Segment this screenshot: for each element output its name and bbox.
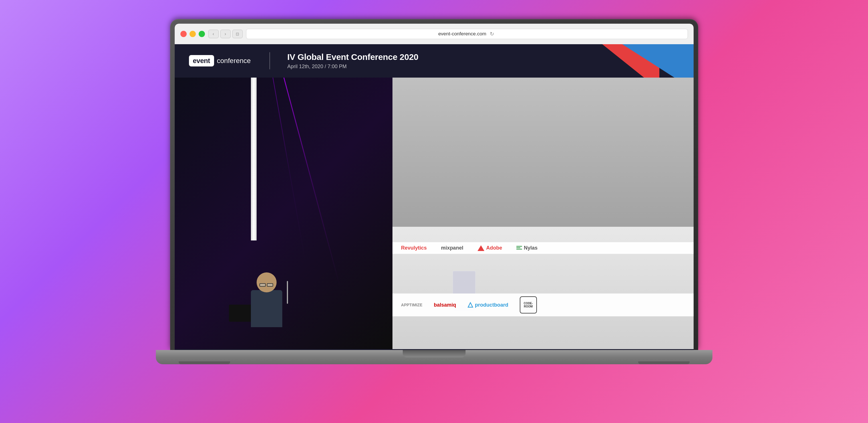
- laptop-foot-left: [179, 361, 230, 364]
- maximize-button[interactable]: [199, 31, 205, 37]
- laser-light-1: [283, 77, 341, 288]
- sponsor-nylas: Nylas: [516, 245, 537, 251]
- event-date: April 12th, 2020 / 7:00 PM: [287, 64, 418, 70]
- productboard-icon: [468, 302, 473, 308]
- glasses: [259, 283, 274, 287]
- website-image-area: Revulytics mixpanel Adobe: [175, 77, 693, 349]
- back-button[interactable]: ‹: [208, 30, 219, 38]
- header-divider: [270, 52, 270, 69]
- sponsor-revulytics: Revulytics: [401, 245, 427, 251]
- sidebar-toggle-button[interactable]: ⊡: [232, 30, 243, 38]
- nylas-label: Nylas: [524, 245, 537, 251]
- sponsor-bar-top: Revulytics mixpanel Adobe: [393, 242, 693, 254]
- coderoom-label: CODE-ROOM: [520, 302, 536, 308]
- camera-equipment: [229, 305, 252, 322]
- close-button[interactable]: [180, 31, 187, 37]
- minimize-button[interactable]: [189, 31, 196, 37]
- logo-conference: conference: [215, 57, 253, 65]
- laptop-screen-outer: ‹ › ⊡ event-conference.com ↻: [170, 19, 698, 350]
- browser-traffic-lights: [180, 31, 205, 37]
- stage-pillar: [251, 77, 257, 240]
- adobe-triangle-icon: [477, 245, 485, 251]
- website-header: event conference IV Global Event Confere…: [175, 44, 693, 77]
- forward-button[interactable]: ›: [220, 30, 230, 38]
- browser-navigation: ‹ › ⊡: [208, 30, 243, 38]
- address-bar[interactable]: event-conference.com ↻: [246, 29, 688, 39]
- logo-event: event: [189, 55, 214, 66]
- speaker-head: [257, 272, 277, 292]
- speaker-left: [251, 272, 282, 327]
- sponsor-balsamiq: balsamiq: [434, 302, 456, 308]
- website-content: event conference IV Global Event Confere…: [175, 44, 693, 350]
- image-right-panel: Revulytics mixpanel Adobe: [393, 77, 693, 349]
- svg-marker-3: [468, 303, 473, 307]
- adobe-label: Adobe: [486, 245, 502, 251]
- microphone-stand: [287, 281, 288, 304]
- refresh-icon: ↻: [490, 31, 494, 37]
- productboard-label: productboard: [475, 302, 508, 308]
- laptop-notch: [403, 350, 466, 357]
- event-title: IV Global Event Conference 2020: [287, 52, 418, 62]
- speaker-body: [251, 290, 282, 327]
- logo: event conference: [189, 55, 253, 66]
- url-text: event-conference.com: [438, 31, 486, 37]
- back-arrow-icon: ‹: [213, 31, 214, 36]
- image-left-panel: [175, 77, 393, 349]
- laptop-base: [156, 350, 712, 364]
- laser-light-2: [273, 77, 306, 265]
- sponsor-mixpanel: mixpanel: [441, 245, 463, 251]
- refresh-button[interactable]: ↻: [489, 31, 496, 37]
- sponsor-adobe: Adobe: [477, 245, 502, 251]
- sponsor-bar-bottom: APPTIMIZE balsamiq productboard CODE-ROO…: [393, 293, 693, 316]
- sponsor-productboard: productboard: [468, 302, 508, 308]
- laptop-foot-right: [638, 361, 690, 364]
- laptop-mockup: ‹ › ⊡ event-conference.com ↻: [163, 19, 705, 404]
- browser-chrome: ‹ › ⊡ event-conference.com ↻: [175, 24, 693, 44]
- nylas-icon: [516, 246, 522, 251]
- svg-rect-2: [516, 249, 522, 250]
- sponsor-apptimize: APPTIMIZE: [401, 303, 423, 307]
- svg-rect-0: [516, 246, 522, 247]
- sponsor-coderoom: CODE-ROOM: [520, 296, 537, 314]
- sidebar-toggle-icon: ⊡: [236, 32, 239, 36]
- forward-arrow-icon: ›: [225, 31, 226, 36]
- svg-rect-1: [516, 247, 520, 248]
- event-info: IV Global Event Conference 2020 April 12…: [287, 52, 418, 70]
- laptop-screen-inner: ‹ › ⊡ event-conference.com ↻: [175, 24, 693, 350]
- stage-background: [393, 77, 693, 240]
